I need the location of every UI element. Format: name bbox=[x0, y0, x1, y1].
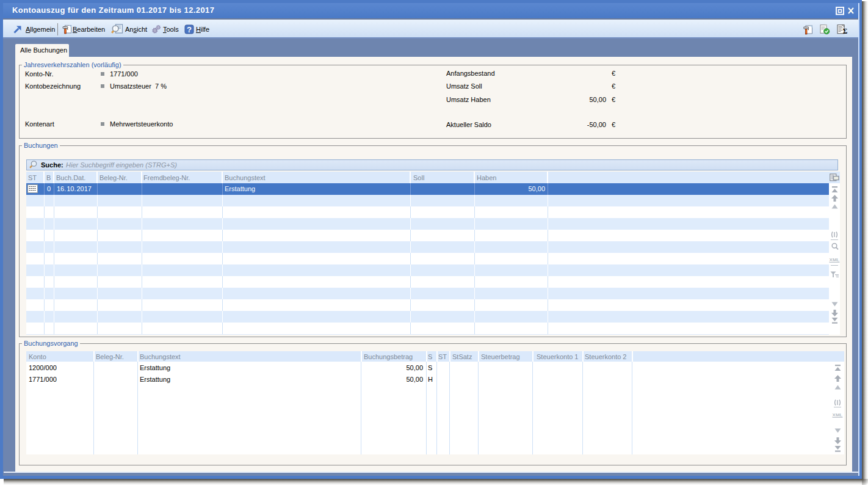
svg-text:?: ? bbox=[187, 25, 192, 34]
svg-text:Σ: Σ bbox=[843, 27, 848, 35]
